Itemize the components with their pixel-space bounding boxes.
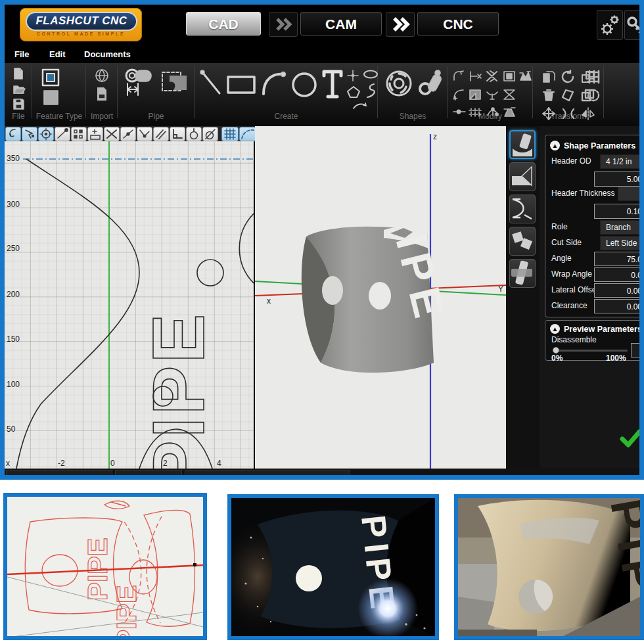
- x-tick-4: 4: [217, 459, 221, 468]
- slider-thumb[interactable]: [553, 347, 559, 354]
- status-segment: [6, 470, 112, 476]
- create-circle-button[interactable]: [290, 70, 319, 102]
- snap-endpoint-tool[interactable]: [55, 127, 70, 141]
- license-key-button[interactable]: [624, 10, 644, 40]
- snap-tangent-line-tool[interactable]: [202, 127, 218, 141]
- template-saddle-button[interactable]: [509, 130, 536, 159]
- transform-move-button[interactable]: [541, 106, 557, 124]
- snap-vertex-tool[interactable]: [137, 127, 152, 141]
- modify-node-edit-button[interactable]: [485, 106, 499, 121]
- snap-extend-tool[interactable]: [87, 127, 103, 141]
- menu-edit[interactable]: Edit: [49, 49, 66, 59]
- grid-toggle-button[interactable]: [221, 127, 239, 141]
- settings-button[interactable]: [597, 10, 623, 40]
- create-arc2-button[interactable]: [352, 101, 369, 114]
- transform-rotate-button[interactable]: [561, 70, 576, 87]
- header-od-field[interactable]: 5.00: [594, 172, 644, 187]
- template-pass-through-button[interactable]: [509, 259, 536, 288]
- modify-offset-button[interactable]: [502, 70, 517, 85]
- transform-skew-button[interactable]: [561, 88, 576, 105]
- template-segments-button[interactable]: [509, 227, 536, 256]
- preview-parameters-title: Preview Parameters: [564, 325, 642, 334]
- create-spline-button[interactable]: [363, 82, 378, 102]
- modify-fillet-button[interactable]: [452, 70, 465, 85]
- modify-fence-button[interactable]: [468, 106, 482, 121]
- snap-center-tool[interactable]: [38, 127, 54, 141]
- tab-cad[interactable]: CAD: [186, 12, 261, 35]
- modify-gusset-button[interactable]: [502, 88, 517, 104]
- collapse-shape-parameters-icon[interactable]: ▲: [550, 141, 560, 150]
- disassemble-field[interactable]: 0: [631, 343, 644, 357]
- disassemble-slider[interactable]: [553, 347, 628, 354]
- modify-weld-button[interactable]: [502, 106, 517, 121]
- transform-mirror-button[interactable]: [580, 106, 596, 124]
- logo-title: FLASHCUT CNC: [26, 12, 137, 31]
- save-button[interactable]: [11, 97, 26, 114]
- create-arc-button[interactable]: [260, 69, 287, 101]
- feature-type-outer-button[interactable]: [41, 68, 60, 90]
- modify-break-button[interactable]: [452, 106, 467, 120]
- modify-tee-button[interactable]: [485, 88, 499, 104]
- snap-midpoint-tool[interactable]: [120, 127, 136, 141]
- arc-display-button[interactable]: [239, 127, 256, 141]
- template-saddle-curve-button[interactable]: [509, 195, 536, 223]
- snap-intersection-tool[interactable]: [104, 127, 120, 141]
- create-rectangle-button[interactable]: [225, 74, 257, 98]
- transform-circular-array-button[interactable]: [586, 88, 601, 105]
- create-ellipse-button[interactable]: [362, 69, 379, 82]
- cut-side-dropdown[interactable]: Left Side: [600, 236, 644, 250]
- modify-trim-button[interactable]: [468, 70, 482, 85]
- group-label-import: Import: [86, 112, 118, 121]
- wrap-angle-field[interactable]: 0.0: [594, 267, 644, 282]
- confirm-check-button[interactable]: [619, 428, 643, 448]
- snap-tangent-tool[interactable]: [186, 127, 202, 141]
- shape-flange-button[interactable]: [384, 69, 413, 101]
- ribbon-separator: [194, 66, 195, 118]
- viewport-3d[interactable]: IPE z x Y: [255, 126, 506, 469]
- header-od-dropdown[interactable]: 4 1/2 in: [600, 154, 644, 169]
- menu-documents[interactable]: Documents: [84, 49, 131, 59]
- snap-parallel-tool[interactable]: [153, 127, 169, 141]
- drawing-2d: PIPE 350 300 250 200 150 100 50 x -2 0 2…: [5, 141, 254, 469]
- feature-type-fill-button[interactable]: [43, 89, 60, 109]
- import-online-button[interactable]: [94, 68, 110, 86]
- select-point-tool[interactable]: [22, 127, 37, 141]
- tab-cam[interactable]: CAM: [300, 12, 382, 35]
- create-point-button[interactable]: [346, 69, 359, 85]
- ribbon-separator: [32, 66, 32, 118]
- key-icon: [625, 11, 644, 39]
- header-thickness-field[interactable]: 0.10: [594, 204, 644, 219]
- transform-delete-button[interactable]: [541, 88, 557, 105]
- cam-to-cnc-button[interactable]: [386, 12, 415, 37]
- angle-field[interactable]: 75.0: [594, 252, 644, 266]
- snap-grid-tool[interactable]: [71, 127, 87, 141]
- transform-copy-button[interactable]: [541, 70, 557, 87]
- modify-arc-add-button[interactable]: [452, 88, 465, 104]
- modify-knockout-button[interactable]: [518, 70, 532, 85]
- pipe-trim-button[interactable]: [160, 70, 191, 97]
- tab-cnc[interactable]: CNC: [417, 12, 499, 35]
- clearance-field[interactable]: 0.00: [594, 299, 644, 313]
- shape-pipe-joint-button[interactable]: [417, 69, 446, 101]
- snap-perpendicular-tool[interactable]: [170, 127, 185, 141]
- transform-stretch-button[interactable]: [561, 106, 576, 124]
- create-polygon-button[interactable]: [346, 85, 361, 102]
- pipe-od-button[interactable]: [125, 68, 156, 101]
- lateral-offset-field[interactable]: 0.00: [594, 283, 644, 298]
- role-dropdown[interactable]: Branch: [600, 220, 644, 235]
- collapse-preview-parameters-icon[interactable]: ▲: [550, 324, 560, 334]
- modify-corner-button[interactable]: [468, 88, 482, 104]
- select-curve-tool[interactable]: [5, 127, 21, 141]
- viewport-2d[interactable]: PIPE 350 300 250 200 150 100 50 x -2 0 2…: [5, 141, 254, 469]
- cad-to-cam-button[interactable]: [269, 12, 298, 37]
- transform-grid-button[interactable]: [586, 70, 601, 87]
- header-thickness-dropdown[interactable]: [618, 187, 644, 201]
- import-file-button[interactable]: [95, 86, 108, 104]
- plasma-arc-flare: [357, 578, 418, 636]
- template-miter-button[interactable]: [509, 162, 536, 191]
- create-text-button[interactable]: [321, 68, 344, 102]
- y-axis-label-3d: Y: [498, 285, 503, 294]
- menu-file[interactable]: File: [14, 49, 29, 59]
- create-line-button[interactable]: [199, 69, 223, 101]
- modify-cut-button[interactable]: [485, 70, 499, 85]
